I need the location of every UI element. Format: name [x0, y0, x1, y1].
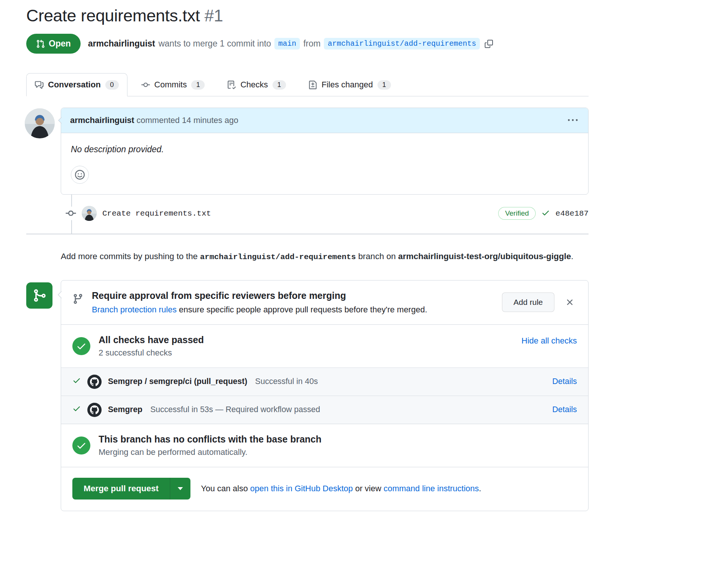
- commit-meta: Verified e48e187: [498, 207, 589, 220]
- chevron-down-icon: [178, 487, 183, 490]
- timeline-divider: [26, 234, 589, 234]
- pr-from-text: from: [303, 39, 321, 49]
- branch-protection-description-text: ensure specific people approve pull requ…: [179, 305, 427, 314]
- merge-box: Require approval from specific reviewers…: [61, 280, 589, 511]
- branch-protection-section: Require approval from specific reviewers…: [61, 280, 588, 325]
- tab-commits-label: Commits: [154, 80, 187, 90]
- push-note-middle: branch on: [358, 252, 396, 261]
- close-icon: [565, 297, 575, 307]
- merge-or-text: or view: [355, 484, 381, 493]
- comment-menu-button[interactable]: [566, 114, 579, 127]
- merge-also-prefix: You can also: [201, 484, 248, 493]
- github-desktop-link[interactable]: open this in GitHub Desktop: [250, 484, 353, 493]
- comment-header: armchairlinguist commented 14 minutes ag…: [61, 108, 588, 133]
- dismiss-protection-button[interactable]: [563, 295, 577, 309]
- checks-summary-section: All checks have passed 2 successful chec…: [61, 325, 588, 368]
- branch-protection-text: Require approval from specific reviewers…: [92, 290, 494, 315]
- branch-protection-title: Require approval from specific reviewers…: [92, 290, 494, 301]
- check-row-semgrep: Semgrep Successful in 53s — Required wor…: [61, 396, 588, 424]
- no-conflicts-icon: [72, 436, 90, 454]
- tab-files-changed-label: Files changed: [322, 80, 373, 90]
- push-note: Add more commits by pushing to the armch…: [61, 250, 589, 264]
- checks-passed-icon: [72, 337, 90, 355]
- command-line-instructions-link[interactable]: command line instructions: [383, 484, 479, 493]
- merge-split-button: Merge pull request: [72, 478, 190, 500]
- commit-sha-link[interactable]: e48e187: [556, 209, 589, 218]
- comment-timestamp[interactable]: 14 minutes ago: [182, 116, 238, 125]
- merge-suffix: .: [479, 484, 481, 493]
- branch-protection-rules-link[interactable]: Branch protection rules: [92, 305, 177, 314]
- push-note-branch: armchairlinguist/add-requirements: [200, 253, 356, 261]
- push-note-suffix: .: [571, 252, 573, 261]
- add-rule-button[interactable]: Add rule: [502, 292, 554, 312]
- tab-checks[interactable]: Checks 1: [219, 73, 294, 96]
- check-details-link[interactable]: Details: [552, 405, 577, 414]
- tab-checks-label: Checks: [240, 80, 268, 90]
- no-conflicts-subtitle: Merging can be performed automatically.: [99, 447, 577, 457]
- pr-status-label: Open: [49, 39, 71, 49]
- tab-commits-count: 1: [191, 80, 205, 90]
- avatar[interactable]: [25, 108, 55, 138]
- hide-all-checks-link[interactable]: Hide all checks: [521, 336, 577, 346]
- commit-author-avatar[interactable]: [82, 206, 97, 221]
- no-conflicts-section: This branch has no conflicts with the ba…: [61, 424, 588, 467]
- check-name: Semgrep: [108, 405, 142, 414]
- comment-box: armchairlinguist commented 14 minutes ag…: [61, 108, 589, 195]
- check-status: Successful in 53s — Required workflow pa…: [150, 405, 320, 414]
- smiley-icon: [75, 170, 85, 180]
- commit-message-link[interactable]: Create requirements.txt: [102, 209, 211, 218]
- commit-row: Create requirements.txt Verified e48e187: [61, 206, 589, 221]
- tab-checks-count: 1: [273, 80, 286, 90]
- copy-branch-button[interactable]: [484, 39, 494, 49]
- tab-conversation[interactable]: Conversation 0: [26, 73, 127, 96]
- comment-discussion-icon: [35, 81, 43, 89]
- checks-summary-text: All checks have passed 2 successful chec…: [99, 334, 513, 358]
- checks-passed-subtitle: 2 successful checks: [99, 348, 513, 358]
- verified-badge[interactable]: Verified: [498, 207, 535, 220]
- github-mark-icon: [90, 377, 99, 386]
- pr-meta-text: armchairlinguist wants to merge 1 commit…: [88, 38, 494, 50]
- check-status: Successful in 40s: [255, 377, 318, 386]
- base-branch-label[interactable]: main: [274, 38, 300, 50]
- merge-action-section: Merge pull request You can also open thi…: [61, 467, 588, 511]
- tab-files-changed[interactable]: Files changed 1: [300, 73, 400, 96]
- github-actions-avatar: [87, 375, 102, 389]
- comment-action: commented: [136, 116, 180, 125]
- merge-options-button[interactable]: [170, 478, 190, 500]
- git-pull-request-icon: [36, 39, 45, 48]
- avatar-image: [82, 206, 97, 221]
- copy-icon: [485, 40, 493, 48]
- checklist-icon: [227, 81, 236, 89]
- page-title: Create requirements.txt #1: [26, 6, 589, 26]
- comment-text: No description provided.: [71, 144, 578, 154]
- pr-action-text: wants to merge 1 commit into: [159, 39, 271, 49]
- pr-status-badge: Open: [26, 34, 81, 54]
- pull-request-page: Create requirements.txt #1 Open armchair…: [0, 0, 710, 588]
- avatar-image: [25, 108, 55, 138]
- push-note-prefix: Add more commits by pushing to the: [61, 252, 198, 261]
- pr-number: #1: [205, 6, 223, 25]
- github-actions-avatar: [87, 403, 102, 417]
- check-name: Semgrep / semgrep/ci (pull_request): [108, 377, 247, 386]
- comment-author[interactable]: armchairlinguist: [70, 116, 134, 125]
- tab-commits[interactable]: Commits 1: [133, 73, 214, 96]
- kebab-horizontal-icon: [568, 116, 578, 125]
- check-details-link[interactable]: Details: [552, 377, 577, 386]
- no-conflicts-title: This branch has no conflicts with the ba…: [99, 434, 577, 445]
- branch-protection-description: Branch protection rules ensure specific …: [92, 305, 494, 315]
- add-reaction-button[interactable]: [71, 166, 89, 184]
- tab-conversation-count: 0: [105, 80, 119, 90]
- git-commit-icon: [141, 81, 150, 89]
- pr-author-link[interactable]: armchairlinguist: [88, 39, 155, 49]
- pr-tabs: Conversation 0 Commits 1 Checks 1 Files …: [26, 73, 589, 96]
- merge-area: Require approval from specific reviewers…: [26, 280, 589, 511]
- push-note-repo: armchairlinguist-test-org/ubiquitous-gig…: [398, 252, 571, 261]
- check-row-semgrep-ci: Semgrep / semgrep/ci (pull_request) Succ…: [61, 368, 588, 396]
- git-merge-badge-icon: [26, 282, 52, 309]
- merge-pull-request-button[interactable]: Merge pull request: [72, 478, 170, 500]
- file-diff-icon: [309, 81, 317, 89]
- timeline: armchairlinguist commented 14 minutes ag…: [26, 108, 589, 234]
- comment-header-text: armchairlinguist commented 14 minutes ag…: [70, 116, 238, 125]
- head-branch-label[interactable]: armchairlinguist/add-requirements: [324, 38, 480, 50]
- pr-title-text: Create requirements.txt: [26, 6, 200, 25]
